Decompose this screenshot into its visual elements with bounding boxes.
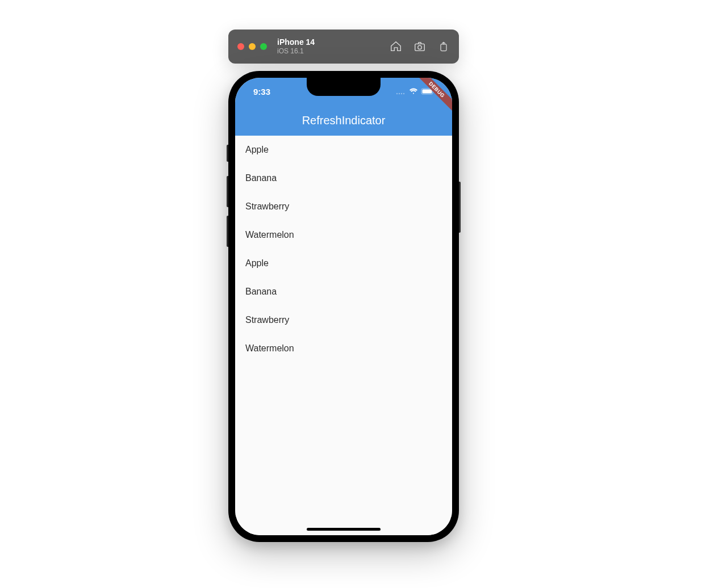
svg-point-5 xyxy=(401,93,402,94)
device-name-label: iPhone 14 xyxy=(277,37,390,47)
list-item-label: Watermelon xyxy=(245,343,294,353)
power-button xyxy=(459,182,461,233)
list-item[interactable]: Apple xyxy=(235,136,452,164)
app-bar-title: RefreshIndicator xyxy=(302,114,386,127)
list-item-label: Strawberry xyxy=(245,201,289,211)
phone-buttons-right xyxy=(459,182,461,233)
list-view[interactable]: Apple Banana Strawberry Watermelon Apple… xyxy=(235,136,452,535)
phone-frame: DEBUG 9:33 xyxy=(228,71,459,542)
toolbar-actions xyxy=(390,40,450,53)
screenshot-button[interactable] xyxy=(413,40,426,53)
list-item[interactable]: Watermelon xyxy=(235,221,452,249)
list-item[interactable]: Watermelon xyxy=(235,334,452,363)
svg-rect-2 xyxy=(441,44,446,51)
simulator-toolbar: iPhone 14 iOS 16.1 xyxy=(228,30,459,64)
cellular-icon xyxy=(396,88,406,95)
notch xyxy=(307,78,381,96)
maximize-window-button[interactable] xyxy=(260,43,267,50)
list-item[interactable]: Banana xyxy=(235,164,452,192)
phone-screen: DEBUG 9:33 xyxy=(235,78,452,535)
phone-buttons-left xyxy=(227,145,228,255)
svg-point-4 xyxy=(399,93,400,94)
list-item-label: Apple xyxy=(245,258,269,268)
window-controls xyxy=(237,43,267,50)
list-item-label: Watermelon xyxy=(245,230,294,240)
battery-icon xyxy=(421,88,435,95)
camera-icon xyxy=(413,40,426,53)
svg-point-6 xyxy=(403,93,404,94)
close-window-button[interactable] xyxy=(237,43,244,50)
home-icon xyxy=(390,40,402,53)
device-os-label: iOS 16.1 xyxy=(277,47,390,55)
svg-rect-9 xyxy=(433,90,434,93)
home-indicator[interactable] xyxy=(307,528,381,531)
rotate-button[interactable] xyxy=(437,40,450,53)
wifi-icon xyxy=(409,88,418,95)
volume-up-button xyxy=(227,176,228,207)
list-item-label: Strawberry xyxy=(245,315,289,325)
status-icons xyxy=(396,88,435,95)
list-item[interactable]: Apple xyxy=(235,249,452,278)
svg-point-1 xyxy=(418,45,421,49)
svg-point-3 xyxy=(396,93,398,94)
list-item-label: Apple xyxy=(245,145,269,154)
list-item[interactable]: Strawberry xyxy=(235,306,452,334)
minimize-window-button[interactable] xyxy=(249,43,256,50)
svg-rect-8 xyxy=(423,90,432,94)
app-bar: RefreshIndicator xyxy=(235,105,452,136)
volume-down-button xyxy=(227,216,228,247)
list-item[interactable]: Banana xyxy=(235,278,452,306)
silence-switch xyxy=(227,145,228,162)
home-button[interactable] xyxy=(390,40,402,53)
status-time: 9:33 xyxy=(253,87,270,96)
list-item-label: Banana xyxy=(245,173,277,183)
svg-rect-0 xyxy=(415,44,425,51)
device-info: iPhone 14 iOS 16.1 xyxy=(277,37,390,55)
rotate-icon xyxy=(438,40,449,53)
list-item-label: Banana xyxy=(245,287,277,296)
list-item[interactable]: Strawberry xyxy=(235,192,452,221)
